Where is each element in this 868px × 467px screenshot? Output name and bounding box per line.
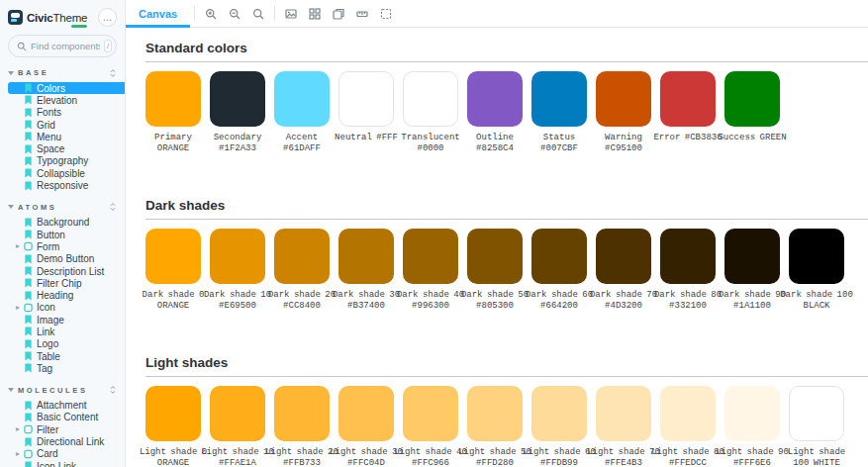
swatch-row: Light shade 0 ORANGELight shade 10 #FFAE…: [145, 386, 868, 467]
swatch-row: Dark shade 0 ORANGEDark shade 10 #E69500…: [145, 229, 868, 312]
swatch-label: Light shade 0 ORANGE: [137, 447, 210, 467]
color-section-light-shades: Light shadesLight shade 0 ORANGELight sh…: [145, 355, 868, 467]
swatch-label: Dark shade 20 #CC8400: [265, 290, 338, 312]
swatch-label: Light shade 40 #FFC966: [394, 447, 467, 467]
sidebar-item-button[interactable]: Button: [8, 229, 125, 240]
brand-name: CivicTheme: [27, 12, 87, 24]
sidebar-item-card[interactable]: ▸Card: [8, 448, 125, 460]
color-swatch: [274, 386, 330, 441]
sidebar-item-attachment[interactable]: Attachment: [8, 400, 125, 412]
sidebar-item-basic-content[interactable]: Basic Content: [8, 412, 125, 423]
brand-logo[interactable]: CivicTheme: [8, 10, 87, 25]
color-swatch: [467, 71, 523, 127]
sidebar-item-filter-chip[interactable]: Filter Chip: [8, 277, 125, 289]
sidebar-item-label: Filter: [37, 424, 58, 435]
sidebar-item-demo-button[interactable]: Demo Button: [8, 253, 125, 265]
doc-bookmark-icon: [24, 291, 33, 301]
sidebar-item-label: Demo Button: [37, 253, 94, 264]
sidebar-item-tag[interactable]: Tag: [8, 362, 125, 374]
expand-all-icon[interactable]: [109, 385, 117, 395]
expand-all-icon[interactable]: [109, 202, 117, 212]
sidebar-item-label: Form: [37, 241, 59, 252]
sidebar-item-label: Fonts: [37, 107, 61, 118]
sidebar-item-colors[interactable]: Colors: [8, 82, 125, 94]
swatch-cell: Warning #C95100: [596, 71, 651, 154]
swatch-cell: Error #CB3836: [660, 71, 716, 154]
sidebar: CivicTheme … / BASEColorsElevationFontsG…: [0, 0, 126, 467]
grid-button[interactable]: [303, 0, 327, 27]
swatch-cell: Light shade 40 #FFC966: [403, 386, 458, 467]
sidebar-item-table[interactable]: Table: [8, 350, 125, 362]
sidebar-item-label: Typography: [37, 155, 88, 166]
doc-bookmark-icon: [24, 351, 33, 361]
swatch-cell: Dark shade 90 #1A1100: [724, 229, 780, 312]
color-swatch: [789, 386, 844, 441]
chevron-right-icon[interactable]: ▸: [16, 304, 24, 312]
tab-canvas[interactable]: Canvas: [126, 0, 190, 27]
sidebar-item-space[interactable]: Space: [8, 142, 125, 154]
swatch-label: Outline #8258C4: [458, 133, 531, 154]
color-section-dark-shades: Dark shadesDark shade 0 ORANGEDark shade…: [145, 198, 868, 312]
doc-bookmark-icon: [24, 156, 33, 166]
sidebar-item-fonts[interactable]: Fonts: [8, 107, 125, 119]
zoom-reset-button[interactable]: [246, 0, 270, 27]
swatch-cell: Secondary #1F2A33: [210, 71, 265, 154]
sidebar-item-form[interactable]: ▸Form: [8, 240, 125, 252]
sidebar-item-image[interactable]: Image: [8, 314, 125, 326]
sidebar-item-grid[interactable]: Grid: [8, 119, 125, 131]
outline-icon: [380, 8, 392, 20]
swatch-label: Light shade 20 #FFB733: [265, 447, 338, 467]
outline-button[interactable]: [374, 0, 398, 27]
doc-bookmark-icon: [24, 437, 33, 447]
zoom-out-icon: [229, 8, 241, 20]
search-input[interactable]: [31, 41, 100, 51]
sidebar-item-elevation[interactable]: Elevation: [8, 94, 125, 106]
doc-bookmark-icon: [24, 401, 33, 411]
sidebar-item-responsive[interactable]: Responsive: [8, 179, 125, 191]
measure-button[interactable]: [350, 0, 374, 27]
section-label: BASE: [18, 68, 109, 77]
color-swatch: [210, 229, 265, 284]
zoom-in-button[interactable]: [199, 0, 223, 27]
sidebar-item-background[interactable]: Background: [8, 217, 125, 229]
sidebar-item-filter[interactable]: ▸Filter: [8, 423, 125, 435]
viewport-button[interactable]: [327, 0, 350, 27]
sidebar-item-label: Directional Link: [37, 436, 104, 447]
zoom-out-button[interactable]: [223, 0, 246, 27]
background-button[interactable]: [279, 0, 303, 27]
sidebar-item-icon-link[interactable]: Icon Link: [8, 460, 125, 467]
brand-name-bold: Civic: [27, 12, 53, 24]
section-header-atoms[interactable]: ATOMS: [8, 202, 117, 213]
chevron-right-icon[interactable]: ▸: [16, 242, 24, 250]
swatch-cell: Dark shade 80 #332100: [660, 229, 716, 312]
swatch-label: Accent #61DAFF: [265, 133, 338, 154]
swatch-label: Light shade 30 #FFC04D: [330, 447, 403, 467]
sidebar-item-label: Icon Link: [37, 461, 76, 467]
doc-bookmark-icon: [24, 461, 33, 467]
sidebar-item-logo[interactable]: Logo: [8, 338, 125, 350]
swatch-cell: Translucent #0000: [403, 71, 458, 154]
component-folder-icon: [24, 303, 33, 313]
expand-all-icon[interactable]: [109, 68, 117, 78]
swatch-cell: Neutral #FFF: [338, 71, 394, 154]
color-swatch: [274, 229, 330, 284]
sidebar-item-directional-link[interactable]: Directional Link: [8, 435, 125, 447]
search-box[interactable]: /: [8, 35, 117, 57]
sidebar-item-description-list[interactable]: Description List: [8, 265, 125, 277]
sidebar-item-menu[interactable]: Menu: [8, 131, 125, 142]
grid-icon: [309, 8, 321, 20]
sidebar-item-typography[interactable]: Typography: [8, 155, 125, 167]
section-title: Dark shades: [145, 198, 868, 220]
chevron-right-icon[interactable]: ▸: [16, 450, 24, 458]
section-header-molecules[interactable]: MOLECULES: [8, 385, 117, 396]
color-swatch: [338, 386, 394, 441]
section-header-base[interactable]: BASE: [8, 67, 117, 78]
sidebar-item-collapsible[interactable]: Collapsible: [8, 167, 125, 179]
sidebar-menu-button[interactable]: …: [98, 8, 117, 27]
section-title: Standard colors: [145, 41, 868, 62]
sidebar-item-heading[interactable]: Heading: [8, 289, 125, 301]
sidebar-item-link[interactable]: Link: [8, 326, 125, 337]
swatch-label: Light shade 70 #FFE4B3: [587, 447, 660, 467]
chevron-right-icon[interactable]: ▸: [16, 425, 24, 433]
sidebar-item-icon[interactable]: ▸Icon: [8, 302, 125, 314]
